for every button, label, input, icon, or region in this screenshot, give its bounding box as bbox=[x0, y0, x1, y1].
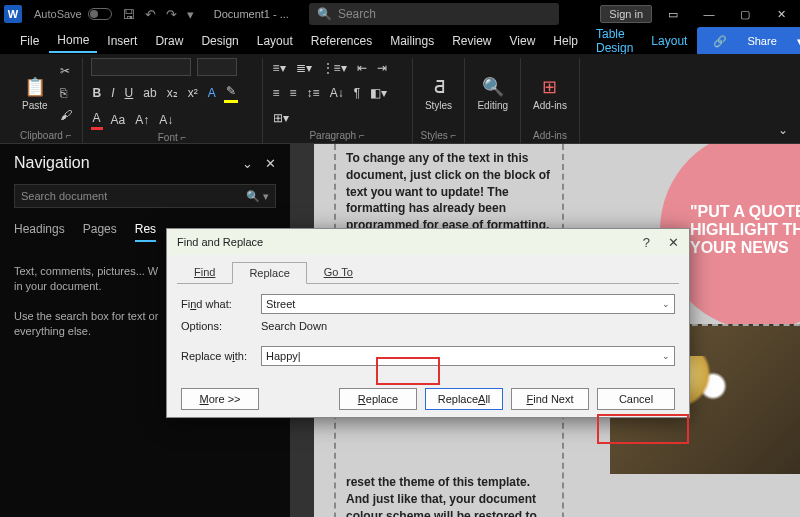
dialog-tab-goto[interactable]: Go To bbox=[307, 261, 370, 283]
share-button[interactable]: 🔗Share ▾ bbox=[697, 27, 800, 56]
bold-button[interactable]: B bbox=[91, 84, 104, 102]
borders-icon[interactable]: ⊞▾ bbox=[271, 109, 291, 127]
find-what-label: Find what: bbox=[181, 298, 253, 310]
ribbon-group-editing: 🔍Editing bbox=[465, 58, 521, 143]
font-family-select[interactable] bbox=[91, 58, 191, 76]
options-label: Options: bbox=[181, 320, 253, 332]
body-paragraph[interactable]: To change any of the text in this docume… bbox=[346, 150, 552, 234]
change-case-icon[interactable]: Aa bbox=[109, 111, 128, 129]
nav-tab-headings[interactable]: Headings bbox=[14, 222, 65, 242]
align-left-icon[interactable]: ≡ bbox=[271, 84, 282, 102]
tab-layout[interactable]: Layout bbox=[249, 30, 301, 52]
qat-dropdown-icon[interactable]: ▾ bbox=[187, 7, 194, 22]
paste-label: Paste bbox=[22, 100, 48, 111]
show-marks-icon[interactable]: ¶ bbox=[352, 84, 362, 102]
tab-file[interactable]: File bbox=[12, 30, 47, 52]
dialog-titlebar[interactable]: Find and Replace ? ✕ bbox=[167, 229, 689, 255]
line-spacing-icon[interactable]: ↕≡ bbox=[305, 84, 322, 102]
tab-home[interactable]: Home bbox=[49, 29, 97, 53]
toggle-switch-icon[interactable] bbox=[88, 8, 112, 20]
align-center-icon[interactable]: ≡ bbox=[288, 84, 299, 102]
ribbon-group-addins: ⊞Add-ins Add-ins bbox=[521, 58, 580, 143]
paste-button[interactable]: 📋Paste bbox=[18, 72, 52, 115]
find-what-input[interactable]: Street⌄ bbox=[261, 294, 675, 314]
font-color-icon[interactable]: A bbox=[91, 109, 103, 130]
search-icon: 🔍 ▾ bbox=[246, 190, 269, 203]
font-size-select[interactable] bbox=[197, 58, 237, 76]
redo-icon[interactable]: ↷ bbox=[166, 7, 177, 22]
dropdown-icon[interactable]: ⌄ bbox=[662, 351, 670, 361]
sort-icon[interactable]: A↓ bbox=[328, 84, 346, 102]
styles-button[interactable]: ƋStyles bbox=[421, 72, 456, 115]
signin-button[interactable]: Sign in bbox=[600, 5, 652, 23]
multilevel-icon[interactable]: ⋮≡▾ bbox=[320, 59, 349, 77]
close-window-button[interactable]: ✕ bbox=[766, 8, 796, 21]
shading-icon[interactable]: ◧▾ bbox=[368, 84, 389, 102]
chevron-down-icon[interactable]: ⌄ bbox=[242, 156, 253, 171]
addins-label: Add-ins bbox=[533, 100, 567, 111]
replace-button[interactable]: Replace bbox=[339, 388, 417, 410]
undo-icon[interactable]: ↶ bbox=[145, 7, 156, 22]
help-button[interactable]: ? bbox=[643, 235, 650, 250]
increase-indent-icon[interactable]: ⇥ bbox=[375, 59, 389, 77]
bullets-icon[interactable]: ≡▾ bbox=[271, 59, 288, 77]
editing-label: Editing bbox=[477, 100, 508, 111]
grow-font-icon[interactable]: A↑ bbox=[133, 111, 151, 129]
tab-table-layout[interactable]: Layout bbox=[643, 30, 695, 52]
tab-draw[interactable]: Draw bbox=[147, 30, 191, 52]
strike-button[interactable]: ab bbox=[141, 84, 158, 102]
tab-design[interactable]: Design bbox=[193, 30, 246, 52]
format-painter-icon[interactable]: 🖌 bbox=[58, 106, 74, 124]
subscript-button[interactable]: x₂ bbox=[165, 84, 180, 102]
tab-help[interactable]: Help bbox=[545, 30, 586, 52]
document-title[interactable]: Document1 - ... bbox=[214, 8, 289, 20]
replace-with-input[interactable]: Happy|⌄ bbox=[261, 346, 675, 366]
find-replace-dialog: Find and Replace ? ✕ Find Replace Go To … bbox=[166, 228, 690, 418]
tab-view[interactable]: View bbox=[502, 30, 544, 52]
dialog-tab-replace[interactable]: Replace bbox=[232, 262, 306, 284]
underline-button[interactable]: U bbox=[123, 84, 136, 102]
dropdown-icon[interactable]: ⌄ bbox=[662, 299, 670, 309]
numbering-icon[interactable]: ≣▾ bbox=[294, 59, 314, 77]
more-button[interactable]: More >> bbox=[181, 388, 259, 410]
ribbon-group-font: B I U ab x₂ x² A ✎ A Aa A↑ A↓ Font ⌐ bbox=[83, 58, 263, 143]
copy-icon[interactable]: ⎘ bbox=[58, 84, 74, 102]
editing-button[interactable]: 🔍Editing bbox=[473, 72, 512, 115]
title-search-box[interactable]: 🔍 Search bbox=[309, 3, 559, 25]
nav-search-input[interactable]: Search document 🔍 ▾ bbox=[14, 184, 276, 208]
find-next-button[interactable]: Find Next bbox=[511, 388, 589, 410]
tab-mailings[interactable]: Mailings bbox=[382, 30, 442, 52]
text-effects-icon[interactable]: A bbox=[206, 84, 218, 102]
addins-button[interactable]: ⊞Add-ins bbox=[529, 72, 571, 115]
tab-insert[interactable]: Insert bbox=[99, 30, 145, 52]
find-what-value: Street bbox=[266, 298, 295, 310]
highlight-icon[interactable]: ✎ bbox=[224, 82, 238, 103]
body-paragraph[interactable]: reset the theme of this template. And ju… bbox=[346, 474, 552, 517]
collapse-ribbon-icon[interactable]: ⌄ bbox=[778, 123, 788, 137]
autosave-toggle[interactable]: AutoSave bbox=[34, 8, 112, 20]
tab-references[interactable]: References bbox=[303, 30, 380, 52]
nav-tab-pages[interactable]: Pages bbox=[83, 222, 117, 242]
options-value: Search Down bbox=[261, 320, 327, 332]
maximize-button[interactable]: ▢ bbox=[730, 8, 760, 21]
addins-icon: ⊞ bbox=[542, 76, 557, 98]
nav-tab-results[interactable]: Res bbox=[135, 222, 156, 242]
minimize-button[interactable]: — bbox=[694, 8, 724, 20]
replace-all-button[interactable]: Replace All bbox=[425, 388, 503, 410]
cut-icon[interactable]: ✂ bbox=[58, 62, 74, 80]
decrease-indent-icon[interactable]: ⇤ bbox=[355, 59, 369, 77]
dialog-tab-find[interactable]: Find bbox=[177, 261, 232, 283]
chevron-down-icon: ▾ bbox=[789, 31, 800, 52]
superscript-button[interactable]: x² bbox=[186, 84, 200, 102]
styles-group-label: Styles ⌐ bbox=[421, 128, 457, 143]
save-icon[interactable]: 🖫 bbox=[122, 7, 135, 22]
title-bar: W AutoSave 🖫 ↶ ↷ ▾ Document1 - ... 🔍 Sea… bbox=[0, 0, 800, 28]
close-nav-icon[interactable]: ✕ bbox=[265, 156, 276, 171]
tab-review[interactable]: Review bbox=[444, 30, 499, 52]
close-dialog-button[interactable]: ✕ bbox=[668, 235, 679, 250]
shrink-font-icon[interactable]: A↓ bbox=[157, 111, 175, 129]
cancel-button[interactable]: Cancel bbox=[597, 388, 675, 410]
autosave-label: AutoSave bbox=[34, 8, 82, 20]
italic-button[interactable]: I bbox=[109, 84, 116, 102]
ribbon-display-icon[interactable]: ▭ bbox=[658, 8, 688, 21]
